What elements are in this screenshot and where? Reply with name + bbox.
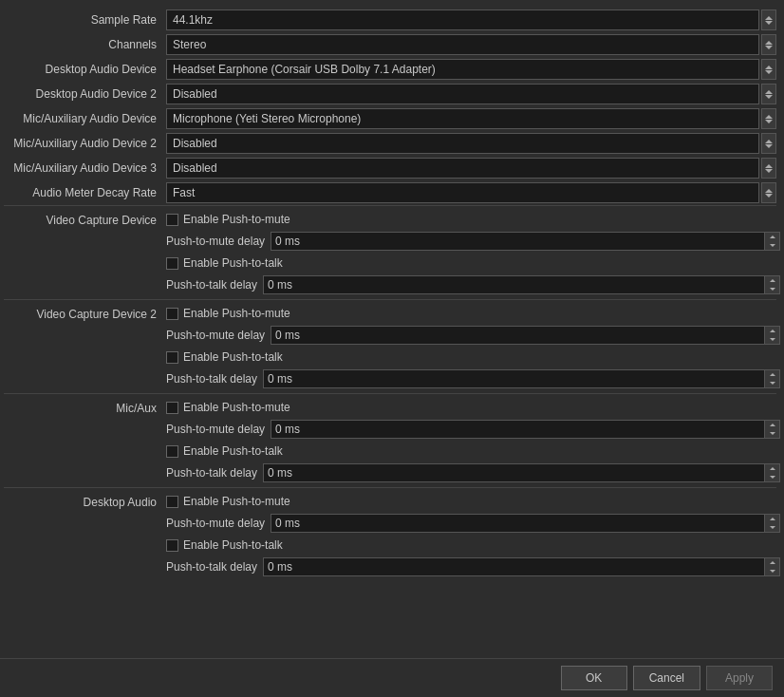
- push-to-talk-checkbox-video-capture-device-2[interactable]: [166, 351, 178, 364]
- mic-aux-device-arrow[interactable]: [761, 108, 776, 129]
- push-to-mute-delay-input-mic-aux[interactable]: [271, 420, 765, 439]
- push-to-talk-delay-input-wrapper-mic-aux[interactable]: [263, 463, 780, 482]
- push-to-mute-checkbox-video-capture-device[interactable]: [166, 214, 178, 226]
- push-to-mute-delay-spinner-up-video-capture-device-2[interactable]: [765, 327, 779, 335]
- audio-meter-decay-control[interactable]: Fast: [166, 182, 780, 203]
- push-to-talk-delay-spinner-up-video-capture-device-2[interactable]: [765, 370, 779, 379]
- push-to-talk-delay-spinner-video-capture-device-2[interactable]: [765, 369, 780, 388]
- push-to-talk-delay-spinner-up-video-capture-device[interactable]: [765, 276, 779, 285]
- audio-meter-decay-dropdown-wrapper[interactable]: Fast: [166, 182, 776, 203]
- desktop-audio-device-2-control[interactable]: Disabled: [166, 84, 780, 104]
- desktop-audio-device-arrow[interactable]: [761, 59, 776, 80]
- push-to-talk-delay-spinner-video-capture-device[interactable]: [765, 275, 780, 294]
- mic-aux-device-3-dropdown[interactable]: Disabled: [166, 158, 759, 179]
- device-controls-mic-aux: Enable Push-to-mute Push-to-mute delay E…: [166, 398, 780, 483]
- audio-meter-decay-dropdown[interactable]: Fast: [166, 182, 759, 203]
- sample-rate-arrow[interactable]: [761, 9, 776, 30]
- push-to-mute-delay-label-video-capture-device-2: Push-to-mute delay: [166, 329, 265, 342]
- push-to-mute-delay-spinner-down-video-capture-device-2[interactable]: [765, 335, 779, 344]
- push-to-talk-delay-input-desktop-audio[interactable]: [263, 557, 765, 576]
- settings-area: Sample Rate 44.1khz Channels: [0, 4, 780, 585]
- push-to-mute-delay-input-wrapper-desktop-audio[interactable]: [271, 514, 780, 533]
- push-to-talk-delay-spinner-down-video-capture-device-2[interactable]: [765, 379, 779, 387]
- mic-aux-device-2-row: Mic/Auxiliary Audio Device 2 Disabled: [0, 131, 780, 156]
- push-to-talk-checkbox-mic-aux[interactable]: [166, 445, 178, 458]
- push-to-mute-label-video-capture-device: Enable Push-to-mute: [183, 213, 290, 226]
- mic-aux-device-2-control[interactable]: Disabled: [166, 133, 780, 154]
- push-to-talk-delay-spinner-down-video-capture-device[interactable]: [765, 285, 779, 293]
- device-label-desktop-audio: Desktop Audio: [0, 492, 166, 577]
- sample-rate-dropdown-wrapper[interactable]: 44.1khz: [166, 9, 776, 30]
- mic-aux-device-3-arrow[interactable]: [761, 158, 776, 179]
- push-to-mute-delay-spinner-up-desktop-audio[interactable]: [765, 515, 779, 523]
- channels-control[interactable]: Stereo: [166, 34, 780, 55]
- settings-scroll[interactable]: Sample Rate 44.1khz Channels: [0, 0, 784, 658]
- push-to-talk-delay-spinner-desktop-audio[interactable]: [765, 557, 780, 576]
- sample-rate-arrow-down-icon: [765, 21, 773, 25]
- push-to-talk-delay-spinner-mic-aux[interactable]: [765, 463, 780, 482]
- push-to-talk-delay-input-video-capture-device[interactable]: [263, 275, 765, 294]
- desktop-audio-device-dropdown[interactable]: Headset Earphone (Corsair USB Dolby 7.1 …: [166, 59, 759, 80]
- sample-rate-control[interactable]: 44.1khz: [166, 9, 780, 30]
- sample-rate-dropdown[interactable]: 44.1khz: [166, 9, 759, 30]
- channels-arrow[interactable]: [761, 34, 776, 55]
- push-to-talk-delay-input-mic-aux[interactable]: [263, 463, 765, 482]
- mic-aux-device-2-arrow[interactable]: [761, 133, 776, 154]
- push-to-mute-delay-input-wrapper-video-capture-device[interactable]: [271, 232, 780, 251]
- push-to-talk-delay-input-wrapper-video-capture-device-2[interactable]: [263, 369, 780, 388]
- push-to-mute-delay-spinner-down-mic-aux[interactable]: [765, 429, 779, 438]
- device-section-mic-aux: Mic/Aux Enable Push-to-mute Push-to-mute…: [0, 394, 780, 487]
- push-to-mute-delay-input-desktop-audio[interactable]: [271, 514, 765, 533]
- desktop-audio-device-dropdown-wrapper[interactable]: Headset Earphone (Corsair USB Dolby 7.1 …: [166, 59, 776, 80]
- mic-aux-device-control[interactable]: Microphone (Yeti Stereo Microphone): [166, 108, 780, 129]
- desktop-audio-device-2-arrow[interactable]: [761, 84, 776, 104]
- mic-aux-device-3-dropdown-wrapper[interactable]: Disabled: [166, 158, 776, 179]
- push-to-mute-delay-input-video-capture-device[interactable]: [271, 232, 765, 251]
- push-to-mute-delay-input-video-capture-device-2[interactable]: [271, 326, 765, 345]
- push-to-mute-delay-spinner-up-video-capture-device[interactable]: [765, 233, 779, 241]
- push-to-mute-checkbox-desktop-audio[interactable]: [166, 496, 178, 508]
- push-to-talk-delay-spinner-down-desktop-audio[interactable]: [765, 567, 779, 575]
- desktop-audio-device-2-dropdown-wrapper[interactable]: Disabled: [166, 84, 776, 104]
- mic-aux-device-2-dropdown-wrapper[interactable]: Disabled: [166, 133, 776, 154]
- push-to-talk-label-video-capture-device-2: Enable Push-to-talk: [183, 350, 283, 364]
- push-to-mute-checkbox-video-capture-device-2[interactable]: [166, 308, 178, 320]
- ok-button[interactable]: OK: [561, 666, 627, 690]
- mic-aux-device-dropdown[interactable]: Microphone (Yeti Stereo Microphone): [166, 108, 759, 129]
- push-to-mute-checkbox-row-desktop-audio: Enable Push-to-mute: [166, 492, 780, 511]
- channels-dropdown[interactable]: Stereo: [166, 34, 759, 55]
- push-to-talk-delay-spinner-up-desktop-audio[interactable]: [765, 558, 779, 567]
- push-to-mute-delay-spinner-desktop-audio[interactable]: [765, 514, 780, 533]
- mic-aux-device-dropdown-wrapper[interactable]: Microphone (Yeti Stereo Microphone): [166, 108, 776, 129]
- push-to-mute-delay-spinner-down-video-capture-device[interactable]: [765, 241, 779, 250]
- push-to-talk-delay-input-video-capture-device-2[interactable]: [263, 369, 765, 388]
- push-to-mute-delay-row-desktop-audio: Push-to-mute delay: [166, 513, 780, 534]
- sample-rate-row: Sample Rate 44.1khz: [0, 8, 780, 32]
- apply-button[interactable]: Apply: [706, 666, 773, 690]
- mic-aux-device-2-label: Mic/Auxiliary Audio Device 2: [0, 137, 166, 150]
- push-to-mute-delay-spinner-mic-aux[interactable]: [765, 420, 780, 439]
- cancel-button[interactable]: Cancel: [633, 666, 700, 690]
- push-to-talk-delay-row-desktop-audio: Push-to-talk delay: [166, 556, 780, 577]
- push-to-mute-delay-spinner-video-capture-device[interactable]: [765, 232, 780, 251]
- push-to-mute-delay-spinner-down-desktop-audio[interactable]: [765, 523, 779, 532]
- mic-aux-device-2-dropdown[interactable]: Disabled: [166, 133, 759, 154]
- push-to-mute-checkbox-mic-aux[interactable]: [166, 402, 178, 414]
- desktop-audio-device-control[interactable]: Headset Earphone (Corsair USB Dolby 7.1 …: [166, 59, 780, 80]
- push-to-talk-checkbox-video-capture-device[interactable]: [166, 257, 178, 270]
- push-to-mute-delay-spinner-up-mic-aux[interactable]: [765, 421, 779, 429]
- push-to-talk-delay-spinner-down-mic-aux[interactable]: [765, 473, 779, 481]
- push-to-mute-delay-input-wrapper-video-capture-device-2[interactable]: [271, 326, 780, 345]
- channels-dropdown-wrapper[interactable]: Stereo: [166, 34, 776, 55]
- push-to-talk-delay-input-wrapper-desktop-audio[interactable]: [263, 557, 780, 576]
- push-to-mute-delay-spinner-video-capture-device-2[interactable]: [765, 326, 780, 345]
- push-to-talk-delay-input-wrapper-video-capture-device[interactable]: [263, 275, 780, 294]
- push-to-mute-delay-input-wrapper-mic-aux[interactable]: [271, 420, 780, 439]
- push-to-talk-checkbox-desktop-audio[interactable]: [166, 539, 178, 552]
- audio-meter-decay-arrow[interactable]: [761, 182, 776, 203]
- push-to-talk-delay-spinner-up-mic-aux[interactable]: [765, 464, 779, 473]
- desktop-audio-device-arrow-up-icon: [765, 66, 773, 69]
- mic-aux-device-3-control[interactable]: Disabled: [166, 158, 780, 179]
- push-to-mute-label-video-capture-device-2: Enable Push-to-mute: [183, 307, 290, 320]
- desktop-audio-device-2-dropdown[interactable]: Disabled: [166, 84, 759, 104]
